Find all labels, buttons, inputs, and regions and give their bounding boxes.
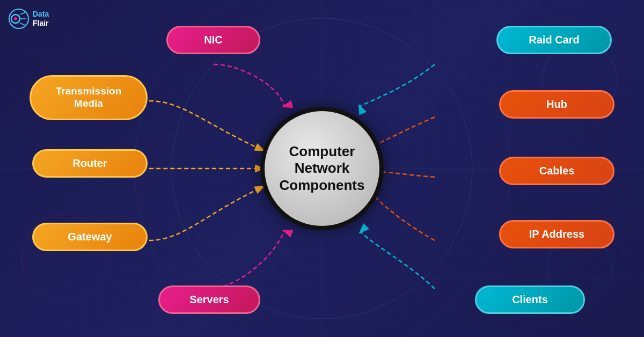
center-line3: Components <box>280 177 365 193</box>
center-circle: Computer Network Components <box>260 107 384 230</box>
logo-icon <box>8 8 30 30</box>
gateway-node: Gateway <box>32 223 148 251</box>
servers-label: Servers <box>189 294 229 306</box>
gateway-label: Gateway <box>68 231 112 243</box>
raid-card-label: Raid Card <box>529 34 579 46</box>
servers-node: Servers <box>158 285 260 314</box>
logo: Data Flair <box>8 8 49 30</box>
cables-node: Cables <box>499 157 614 185</box>
center-label: Computer Network Components <box>280 143 365 194</box>
raid-card-node: Raid Card <box>496 26 612 54</box>
logo-text: Data Flair <box>33 10 49 28</box>
center-line1: Computer <box>289 143 355 159</box>
clients-node: Clients <box>475 285 585 314</box>
svg-point-12 <box>14 17 17 20</box>
center-line2: Network <box>295 160 350 176</box>
hub-node: Hub <box>499 90 614 119</box>
transmission-media-label: Transmission Media <box>42 85 135 110</box>
logo-line1: Data <box>33 10 49 19</box>
hub-label: Hub <box>546 98 567 111</box>
router-node: Router <box>32 149 148 178</box>
cables-label: Cables <box>539 165 575 177</box>
ip-address-label: IP Address <box>529 228 584 240</box>
clients-label: Clients <box>512 294 548 306</box>
nic-node: NIC <box>166 26 260 54</box>
ip-address-node: IP Address <box>499 220 614 248</box>
logo-line2: Flair <box>33 19 49 28</box>
router-label: Router <box>72 157 107 170</box>
transmission-media-node: Transmission Media <box>30 75 148 120</box>
nic-label: NIC <box>204 34 222 46</box>
